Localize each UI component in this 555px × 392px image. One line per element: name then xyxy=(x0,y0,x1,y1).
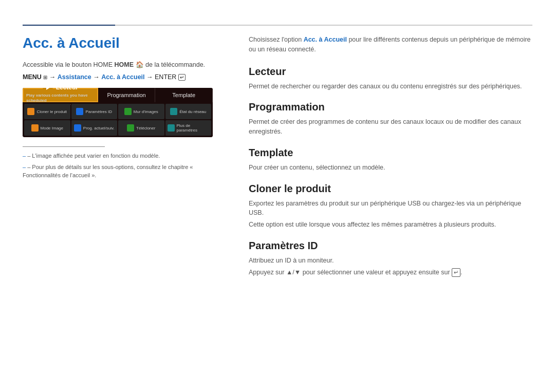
grid-item-parametres-id: Paramètres ID xyxy=(71,104,118,119)
grid-icon-prog xyxy=(74,124,81,132)
section-title-programmation: Programmation xyxy=(249,101,532,113)
section-desc-lecteur: Permet de rechercher ou regarder des can… xyxy=(249,82,532,91)
section-desc-parametres-1: Attribuez un ID à un moniteur. xyxy=(249,256,532,266)
play-triangle xyxy=(46,88,50,90)
grid-icon-telecloner xyxy=(127,124,134,132)
section-title-cloner: Cloner le produit xyxy=(249,183,532,195)
tv-grid: Cloner le produit Paramètres ID Mur d'im… xyxy=(23,102,213,137)
grid-icon-etat-reseau xyxy=(170,108,177,115)
grid-item-plus: Plus de paramètres xyxy=(165,120,212,136)
notes-divider xyxy=(23,146,105,147)
enter-icon: ↵ xyxy=(452,268,460,277)
tv-tab-template: Template xyxy=(155,88,213,102)
grid-icon-plus xyxy=(168,124,175,132)
section-desc-cloner-2: Cette option est utile lorsque vous affe… xyxy=(249,220,532,230)
left-column: Acc. à Accueil Accessible via le bouton … xyxy=(23,35,228,287)
accessible-text: Accessible via le bouton HOME HOME 🏠 de … xyxy=(23,61,228,68)
section-desc-cloner-1: Exportez les paramètres du produit sur u… xyxy=(249,199,532,218)
tv-tab-programmation: Programmation xyxy=(98,88,156,102)
section-title-lecteur: Lecteur xyxy=(249,66,532,78)
section-cloner: Cloner le produit Exportez les paramètre… xyxy=(249,183,532,230)
grid-item-mode-image: Mode Image xyxy=(24,120,70,136)
intro-text: Choisissez l'option Acc. à Accueil pour … xyxy=(249,35,532,54)
tv-mockup: Lecteur Play various contents you have s… xyxy=(23,88,213,137)
page-title: Acc. à Accueil xyxy=(23,35,228,51)
right-column: Choisissez l'option Acc. à Accueil pour … xyxy=(249,35,532,287)
grid-item-telecloner: Télécloner xyxy=(118,120,164,136)
section-desc-programmation: Permet de créer des programmes de conten… xyxy=(249,117,532,137)
tv-top-bar: Lecteur Play various contents you have s… xyxy=(23,88,213,102)
section-parametres-id: Paramètres ID Attribuez un ID à un monit… xyxy=(249,240,532,277)
grid-icon-parametres-id xyxy=(76,108,83,115)
menu-path: MENU ⊞ → Assistance → Acc. à Accueil → E… xyxy=(23,73,228,81)
tv-tab-lecteur: Lecteur Play various contents you have s… xyxy=(23,88,98,102)
grid-icon-cloner xyxy=(27,108,34,115)
play-icon xyxy=(43,88,53,92)
grid-item-etat-reseau: État du réseau xyxy=(165,104,212,119)
section-desc-template: Pour créer un contenu, sélectionnez un m… xyxy=(249,163,532,173)
section-desc-parametres-2: Appuyez sur ▲/▼ pour sélectionner une va… xyxy=(249,268,532,277)
section-title-parametres-id: Paramètres ID xyxy=(249,240,532,252)
top-rule xyxy=(23,25,532,26)
note-2: – – Pour plus de détails sur les sous-op… xyxy=(23,163,228,179)
grid-icon-mur xyxy=(124,108,132,115)
grid-item-prog: Prog. actuel/suiv. xyxy=(71,120,118,136)
grid-icon-mode-image xyxy=(31,124,39,132)
grid-item-mur: Mur d'images xyxy=(118,104,164,119)
section-title-template: Template xyxy=(249,147,532,159)
section-lecteur: Lecteur Permet de rechercher ou regarder… xyxy=(249,66,532,91)
grid-item-cloner: Cloner le produit xyxy=(24,104,70,119)
note-1: – – L'image affichée peut varier en fonc… xyxy=(23,152,228,160)
section-programmation: Programmation Permet de créer des progra… xyxy=(249,101,532,137)
section-template: Template Pour créer un contenu, sélectio… xyxy=(249,147,532,173)
